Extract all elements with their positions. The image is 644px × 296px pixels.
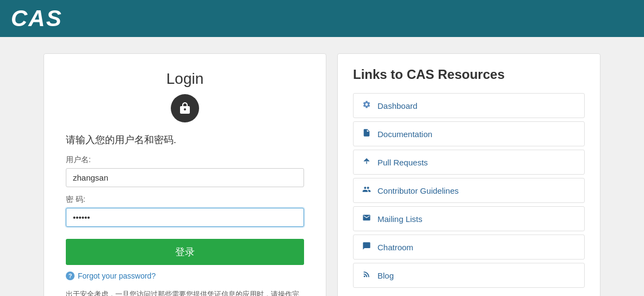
help-icon: ? — [66, 272, 75, 280]
lock-icon — [171, 94, 199, 122]
resource-label: Pull Requests — [377, 158, 428, 167]
gear-icon — [361, 100, 372, 111]
login-title: Login — [66, 70, 304, 88]
password-label: 密 码: — [66, 195, 304, 205]
resources-list: Dashboard Documentation Pull Requests Co… — [353, 93, 585, 288]
resource-item-chat-icon[interactable]: Chatroom — [353, 235, 585, 260]
resource-label: Chatroom — [377, 243, 413, 252]
username-input[interactable] — [66, 168, 304, 187]
main-content: Login 请输入您的用户名和密码. 用户名: 密 码: 登录 ? Forgot… — [0, 37, 644, 296]
contrib-icon — [361, 185, 372, 196]
resource-item-contrib-icon[interactable]: Contributor Guidelines — [353, 178, 585, 203]
password-input[interactable] — [66, 208, 304, 227]
login-panel: Login 请输入您的用户名和密码. 用户名: 密 码: 登录 ? Forgot… — [44, 53, 326, 296]
mail-icon — [361, 213, 372, 224]
forgot-password-container: ? Forgot your password? — [66, 272, 304, 280]
resource-label: Documentation — [377, 130, 432, 139]
resources-title: Links to CAS Resources — [353, 67, 585, 82]
resource-item-pull-icon[interactable]: Pull Requests — [353, 150, 585, 175]
resource-label: Contributor Guidelines — [377, 186, 459, 195]
lock-icon-container — [66, 94, 304, 122]
pull-icon — [361, 157, 372, 168]
password-group: 密 码: — [66, 195, 304, 227]
chat-icon — [361, 242, 372, 252]
doc-icon — [361, 128, 372, 139]
resource-item-doc-icon[interactable]: Documentation — [353, 121, 585, 146]
username-label: 用户名: — [66, 155, 304, 165]
resource-label: Blog — [377, 271, 394, 280]
header: CAS — [0, 0, 644, 37]
username-group: 用户名: — [66, 155, 304, 187]
resource-item-gear-icon[interactable]: Dashboard — [353, 93, 585, 118]
login-subtitle: 请输入您的用户名和密码. — [66, 133, 304, 146]
resource-item-rss-icon[interactable]: Blog — [353, 263, 585, 288]
forgot-password-link[interactable]: Forgot your password? — [78, 272, 156, 280]
rss-icon — [361, 270, 372, 281]
resource-label: Mailing Lists — [377, 214, 423, 224]
resource-label: Dashboard — [377, 101, 417, 110]
resource-item-mail-icon[interactable]: Mailing Lists — [353, 206, 585, 231]
submit-button[interactable]: 登录 — [66, 239, 304, 265]
security-notice: 出于安全考虑，一旦您访问过那些需要您提供凭证信息的应用时，请操作完成之后登出并关… — [66, 289, 304, 296]
resources-panel: Links to CAS Resources Dashboard Documen… — [337, 53, 600, 296]
logo: CAS — [11, 5, 63, 32]
security-notice-text1: 出于安全考虑，一旦您访问过那些需要您提供凭证信息的应用时，请操作完成之后 — [66, 290, 299, 296]
